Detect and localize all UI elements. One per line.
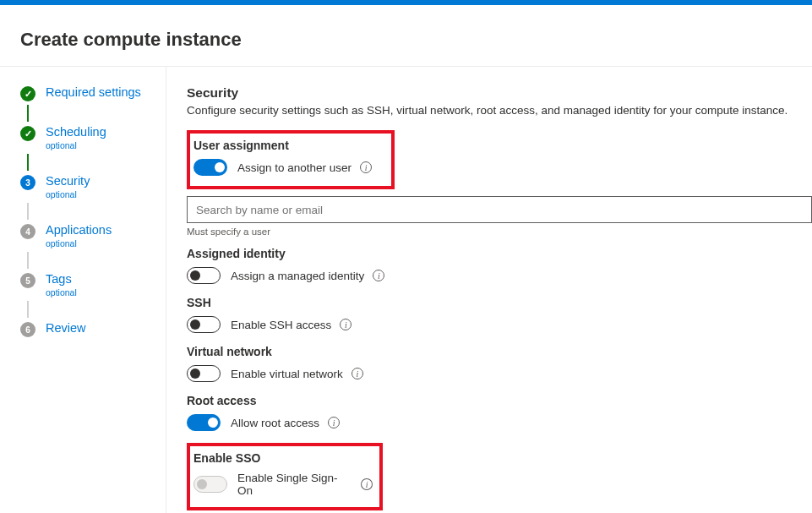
step-scheduling[interactable]: Scheduling optional bbox=[20, 125, 166, 150]
info-icon[interactable]: i bbox=[352, 368, 363, 379]
step-sublabel: optional bbox=[46, 140, 106, 150]
step-security[interactable]: 3 Security optional bbox=[20, 174, 166, 199]
user-search-hint: Must specify a user bbox=[187, 226, 812, 237]
step-label: Tags bbox=[46, 272, 77, 286]
step-label: Scheduling bbox=[46, 125, 106, 139]
step-label: Applications bbox=[46, 223, 112, 237]
highlight-enable-sso: Enable SSO Enable Single Sign-On i bbox=[187, 443, 383, 510]
info-icon[interactable]: i bbox=[328, 417, 340, 428]
step-tags[interactable]: 5 Tags optional bbox=[20, 272, 166, 297]
info-icon[interactable]: i bbox=[361, 478, 373, 490]
security-description: Configure security settings such as SSH,… bbox=[187, 104, 812, 117]
info-icon[interactable]: i bbox=[373, 270, 384, 281]
page-title: Create compute instance bbox=[0, 5, 812, 66]
connector bbox=[27, 203, 29, 220]
assign-user-toggle[interactable] bbox=[193, 159, 227, 176]
root-label: Allow root access bbox=[231, 417, 319, 429]
step-sublabel: optional bbox=[46, 287, 77, 297]
assign-user-label: Assign to another user bbox=[237, 161, 352, 174]
step-label: Required settings bbox=[46, 85, 141, 99]
managed-identity-label: Assign a managed identity bbox=[231, 270, 364, 282]
step-label: Review bbox=[46, 321, 86, 335]
sso-label: Enable Single Sign-On bbox=[237, 472, 352, 497]
security-panel: Security Configure security settings suc… bbox=[166, 67, 812, 513]
check-icon bbox=[20, 126, 35, 141]
step-number-icon: 3 bbox=[20, 175, 35, 190]
connector bbox=[27, 105, 29, 122]
vnet-label: Enable virtual network bbox=[231, 368, 343, 380]
step-sublabel: optional bbox=[46, 189, 90, 199]
step-sublabel: optional bbox=[46, 238, 112, 248]
connector bbox=[27, 301, 29, 318]
ssh-toggle[interactable] bbox=[187, 316, 221, 333]
step-label: Security bbox=[46, 174, 90, 188]
step-review[interactable]: 6 Review bbox=[20, 321, 166, 337]
sso-toggle bbox=[193, 476, 227, 493]
step-applications[interactable]: 4 Applications optional bbox=[20, 223, 166, 248]
connector bbox=[27, 252, 29, 269]
ssh-label: Enable SSH access bbox=[231, 319, 331, 331]
step-number-icon: 6 bbox=[20, 322, 35, 337]
vnet-toggle[interactable] bbox=[187, 365, 221, 382]
step-number-icon: 5 bbox=[20, 273, 35, 288]
root-title: Root access bbox=[187, 394, 812, 407]
root-toggle[interactable] bbox=[187, 414, 221, 431]
info-icon[interactable]: i bbox=[360, 161, 372, 173]
sso-title: Enable SSO bbox=[193, 451, 373, 465]
security-title: Security bbox=[187, 85, 812, 101]
wizard-sidebar: Required settings Scheduling optional 3 … bbox=[0, 67, 166, 513]
vnet-title: Virtual network bbox=[187, 345, 812, 358]
managed-identity-toggle[interactable] bbox=[187, 267, 221, 284]
user-assignment-title: User assignment bbox=[193, 139, 384, 152]
info-icon[interactable]: i bbox=[340, 319, 352, 330]
step-required-settings[interactable]: Required settings bbox=[20, 85, 166, 101]
assigned-identity-title: Assigned identity bbox=[187, 247, 812, 260]
check-icon bbox=[20, 86, 35, 101]
ssh-title: SSH bbox=[187, 296, 812, 309]
step-number-icon: 4 bbox=[20, 224, 35, 239]
connector bbox=[27, 154, 29, 171]
highlight-user-assignment: User assignment Assign to another user i bbox=[187, 130, 395, 189]
user-search-input[interactable] bbox=[187, 196, 812, 223]
